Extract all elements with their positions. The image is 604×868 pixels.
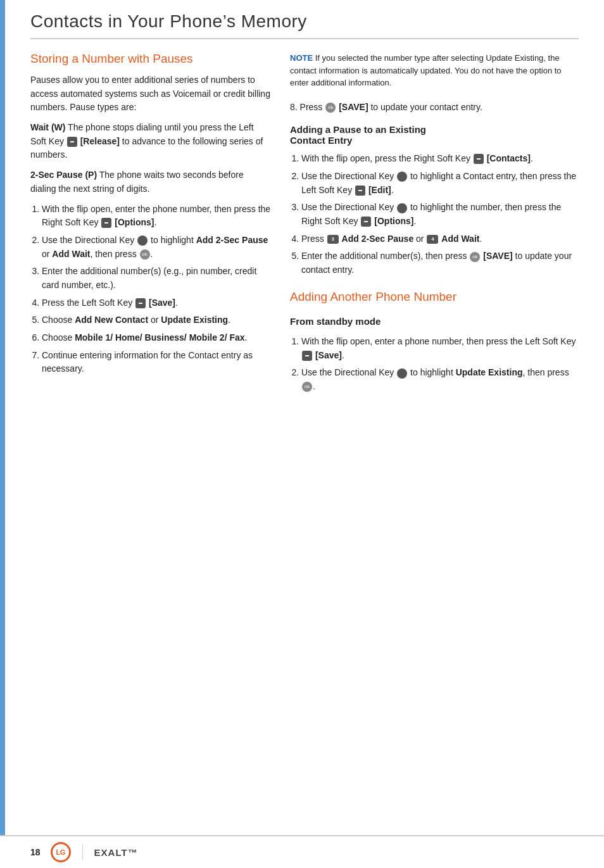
note-label: NOTE xyxy=(290,53,313,63)
another-section-title: Adding Another Phone Number xyxy=(290,290,579,304)
product-name: EXALT™ xyxy=(94,847,138,858)
intro-text: Pauses allow you to enter additional ser… xyxy=(30,75,270,112)
steps-list: With the flip open, enter the phone numb… xyxy=(42,203,271,377)
page-container: Contacts in Your Phone’s Memory Storing … xyxy=(0,0,604,868)
lg-logo-circle: LG xyxy=(51,842,71,862)
another-step-1: With the flip open, enter a phone number… xyxy=(301,335,579,362)
another-step-2: Use the Directional Key to highlight Upd… xyxy=(301,366,579,393)
page-number: 18 xyxy=(30,847,41,857)
footer-divider xyxy=(82,845,83,860)
dir-key-icon-3 xyxy=(397,203,407,213)
pause-steps-list: With the flip open, press the Right Soft… xyxy=(301,152,579,277)
page-footer: 18 LG EXALT™ xyxy=(0,835,604,868)
lg-logo-text: LG xyxy=(56,848,65,856)
num-4-icon: 4 xyxy=(427,235,438,244)
num-3-icon: 3 xyxy=(327,235,339,244)
pause-step-1: With the flip open, press the Right Soft… xyxy=(301,152,579,166)
right-soft-key-icon-1 xyxy=(101,218,111,228)
left-soft-key-icon xyxy=(67,137,77,147)
step-1: With the flip open, enter the phone numb… xyxy=(42,203,271,230)
left-soft-key-icon-2 xyxy=(135,298,146,308)
ok-icon-2: ok xyxy=(325,103,336,113)
right-soft-key-icon-2 xyxy=(474,154,484,164)
ok-icon-1: ok xyxy=(140,249,150,260)
step-3: Enter the additional number(s) (e.g., pi… xyxy=(42,265,271,292)
two-col-layout: Storing a Number with Pauses Pauses allo… xyxy=(30,52,579,401)
step-4: Press the Left Soft Key [Save]. xyxy=(42,296,271,310)
right-soft-key-icon-3 xyxy=(361,217,371,227)
step-5: Choose Add New Contact or Update Existin… xyxy=(42,313,271,327)
left-soft-key-icon-3 xyxy=(355,186,365,196)
dir-key-icon-2 xyxy=(397,172,407,182)
pause-title-text: Adding a Pause to an ExistingContact Ent… xyxy=(290,124,426,146)
dir-key-icon-1 xyxy=(137,236,148,246)
footer-logo: LG EXALT™ xyxy=(51,842,138,862)
wait-key: [Release] xyxy=(80,136,120,146)
step-7: Continue entering information for the Co… xyxy=(42,349,271,376)
content-area: Contacts in Your Phone’s Memory Storing … xyxy=(5,0,604,452)
dir-key-icon-4 xyxy=(397,368,407,379)
pause-step-3: Use the Directional Key to highlight the… xyxy=(301,201,579,228)
from-standby-label: From standby mode xyxy=(290,314,579,329)
storing-section-title: Storing a Number with Pauses xyxy=(30,52,271,66)
pause-section-title: Adding a Pause to an ExistingContact Ent… xyxy=(290,124,579,146)
ok-icon-4: ok xyxy=(302,382,312,392)
page-header: Contacts in Your Phone’s Memory xyxy=(30,11,579,39)
step-2: Use the Directional Key to highlight Add… xyxy=(42,234,271,261)
another-steps-list: With the flip open, enter a phone number… xyxy=(301,335,579,394)
col-right: NOTE If you selected the number type aft… xyxy=(290,52,579,401)
step-6: Choose Mobile 1/ Home/ Business/ Mobile … xyxy=(42,331,271,345)
pause-step-2: Use the Directional Key to highlight a C… xyxy=(301,170,579,197)
step-8: 8. Press ok [SAVE] to update your contac… xyxy=(290,101,579,115)
pause-step-4: Press 3 Add 2-Sec Pause or 4 Add Wait. xyxy=(301,232,579,246)
col-left: Storing a Number with Pauses Pauses allo… xyxy=(30,52,271,401)
main-content: Storing a Number with Pauses Pauses allo… xyxy=(30,52,579,401)
intro-paragraph: Pauses allow you to enter additional ser… xyxy=(30,73,271,115)
pause-paragraph: 2-Sec Pause (P) The phone waits two seco… xyxy=(30,168,271,196)
pause-term: 2-Sec Pause (P) xyxy=(30,170,97,180)
page-title: Contacts in Your Phone’s Memory xyxy=(30,11,579,32)
ok-icon-3: ok xyxy=(470,252,480,262)
note-text: If you selected the number type after se… xyxy=(290,53,562,87)
wait-paragraph: Wait (W) The phone stops dialing until y… xyxy=(30,121,271,162)
pause-step-5: Enter the additional number(s), then pre… xyxy=(301,249,579,277)
left-soft-key-icon-4 xyxy=(302,351,312,361)
left-bar xyxy=(0,0,5,868)
wait-term: Wait (W) xyxy=(30,122,65,132)
note-box: NOTE If you selected the number type aft… xyxy=(290,52,579,89)
